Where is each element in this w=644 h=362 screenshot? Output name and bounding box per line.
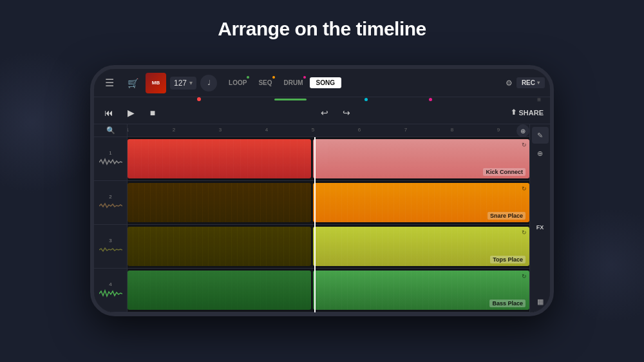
timeline-area: 🔍 1 2 <box>94 124 550 312</box>
seq-dot <box>272 76 275 79</box>
mode-buttons: LOOP SEQ DRUM SONG <box>223 77 499 88</box>
mode-loop[interactable]: LOOP <box>223 77 252 88</box>
ruler-mark-9: 9 <box>497 127 500 133</box>
fx-button[interactable]: FX <box>532 219 549 236</box>
redo-button[interactable]: ↪ <box>338 104 355 121</box>
rec-button[interactable]: REC ▾ <box>516 77 545 88</box>
top-bar: ☰ 🛒 MB 127 ▾ ♩ LOOP SEQ DRUM SONG ⚙ REC <box>94 69 550 97</box>
pink-indicator <box>429 98 432 101</box>
track-label-4[interactable]: 4 <box>94 269 127 312</box>
track-label-1[interactable]: 1 <box>94 137 127 181</box>
fx-label: FX <box>536 224 544 231</box>
block-label-1: Kick Connect <box>483 168 526 176</box>
ruler-corner: 🔍 <box>94 124 127 137</box>
lines-icon: ≡ <box>537 96 541 103</box>
tempo-icon[interactable]: ♩ <box>200 75 217 91</box>
waveform-3 <box>99 245 122 255</box>
track-label-3[interactable]: 3 <box>94 225 127 269</box>
block-3-right[interactable]: ↻ Tops Place <box>313 227 529 266</box>
block-label-4: Bass Place <box>489 300 526 307</box>
bg-decoration-left <box>0 52 103 193</box>
refresh-icon-4: ↻ <box>522 273 527 280</box>
phone-frame: ☰ 🛒 MB 127 ▾ ♩ LOOP SEQ DRUM SONG ⚙ REC <box>90 65 554 316</box>
cart-button[interactable]: 🛒 <box>124 74 142 92</box>
refresh-icon-3: ↻ <box>522 229 527 236</box>
track-labels: 🔍 1 2 <box>94 124 128 312</box>
track-num-2: 2 <box>109 194 111 200</box>
block-label-3: Tops Place <box>490 256 526 263</box>
waveform-1 <box>99 157 122 167</box>
bpm-dropdown-icon: ▾ <box>189 79 193 86</box>
block-4-left[interactable] <box>128 271 311 310</box>
ruler: 1 2 3 4 5 6 7 8 9 10 ⊕ <box>128 124 529 137</box>
play-button[interactable]: ▶ <box>122 104 139 121</box>
rec-dropdown-icon: ▾ <box>537 80 540 86</box>
zoom-button[interactable]: ⊕ <box>516 124 529 137</box>
green-indicator <box>274 99 307 100</box>
mixer-button[interactable]: ⊕ <box>532 145 549 162</box>
waveform-4 <box>99 289 122 299</box>
track-num-4: 4 <box>109 281 111 287</box>
block-2-left[interactable] <box>128 183 311 222</box>
ruler-mark-7: 7 <box>404 127 407 133</box>
track-strip-4: ↻ Bass Place <box>128 269 529 312</box>
settings-icon[interactable]: ⚙ <box>506 79 513 88</box>
block-4-right[interactable]: ↻ Bass Place <box>313 271 529 310</box>
rewind-button[interactable]: ⏮ <box>100 104 117 121</box>
cyan-indicator <box>365 98 368 101</box>
mode-seq[interactable]: SEQ <box>253 77 277 88</box>
waveform-2 <box>99 201 122 211</box>
hamburger-button[interactable]: ☰ <box>99 73 120 93</box>
track-label-2[interactable]: 2 <box>94 181 127 225</box>
track-strip-1: ↻ Kick Connect <box>128 137 529 181</box>
refresh-icon-1: ↻ <box>522 142 527 148</box>
refresh-icon-2: ↻ <box>522 186 527 192</box>
ruler-mark-2: 2 <box>173 127 175 133</box>
block-1-left[interactable] <box>128 139 311 178</box>
ruler-mark-3: 3 <box>219 127 222 133</box>
bpm-selector[interactable]: 127 ▾ <box>170 77 196 90</box>
search-icon[interactable]: 🔍 <box>106 126 115 135</box>
block-label-2: Snare Place <box>488 212 526 220</box>
controls-bar: ⏮ ▶ ■ ↩ ↪ ⬆ SHARE <box>94 101 550 124</box>
ruler-mark-6: 6 <box>358 127 361 133</box>
track-strip-2: ↻ Snare Place <box>128 181 529 225</box>
indicator-bar: ≡ <box>94 97 550 101</box>
bg-decoration-right <box>554 207 644 323</box>
share-icon: ⬆ <box>511 108 516 117</box>
files-button[interactable]: ▦ <box>532 293 549 310</box>
loop-dot <box>247 76 249 79</box>
drum-dot <box>303 76 306 79</box>
tracks-container: ↻ Kick Connect ↻ Snare Place <box>128 137 529 312</box>
bpm-value: 127 <box>174 79 187 88</box>
timeline-content: 1 2 3 4 5 6 7 8 9 10 ⊕ <box>128 124 529 312</box>
track-num-3: 3 <box>109 238 111 243</box>
ruler-mark-1: 1 <box>128 127 129 133</box>
block-1-right[interactable]: ↻ Kick Connect <box>313 139 529 178</box>
right-panel: ✎ ⊕ FX ▦ <box>529 124 550 312</box>
block-3-left[interactable] <box>128 227 311 266</box>
ruler-mark-5: 5 <box>312 127 314 133</box>
block-2-right[interactable]: ↻ Snare Place <box>313 183 529 222</box>
edit-button[interactable]: ✎ <box>532 127 549 144</box>
track-num-1: 1 <box>109 150 111 156</box>
album-art[interactable]: MB <box>146 73 166 93</box>
page-title: Arrange on the timeline <box>0 18 644 40</box>
share-button[interactable]: ⬆ SHARE <box>511 108 544 117</box>
stop-button[interactable]: ■ <box>144 104 161 121</box>
mode-song[interactable]: SONG <box>310 77 341 88</box>
track-strip-3: ↻ Tops Place <box>128 225 529 269</box>
ruler-mark-4: 4 <box>265 127 268 133</box>
red-indicator <box>197 97 201 101</box>
ruler-mark-8: 8 <box>451 127 453 133</box>
mode-drum[interactable]: DRUM <box>279 77 308 88</box>
undo-button[interactable]: ↩ <box>316 104 333 121</box>
playhead <box>314 137 316 312</box>
